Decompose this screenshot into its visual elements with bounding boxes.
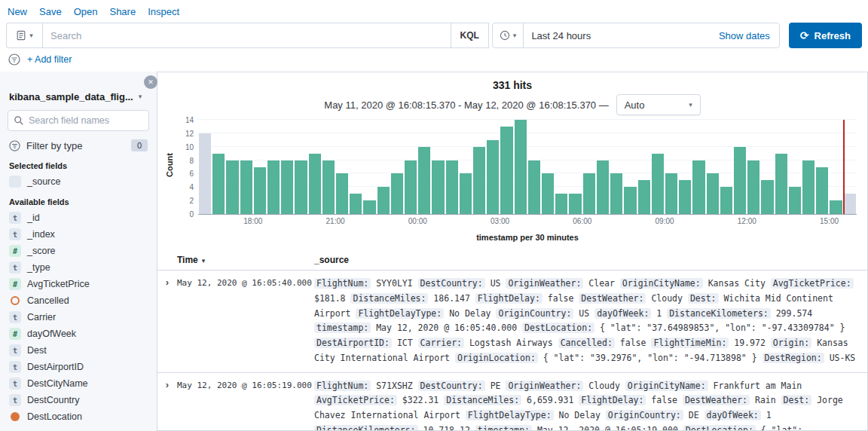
- expand-row-icon[interactable]: ›: [166, 277, 169, 366]
- field-item-DestAirportID[interactable]: tDestAirportID: [8, 359, 149, 375]
- source-field-value: Logstash Airways: [469, 338, 553, 348]
- source-field-value: May 12, 2020 @ 16:05:19.000: [537, 425, 678, 431]
- histogram-bar[interactable]: [555, 194, 567, 214]
- histogram-bar[interactable]: [638, 180, 650, 214]
- field-item-_score[interactable]: #_score: [8, 243, 149, 259]
- histogram-bar[interactable]: [569, 194, 581, 214]
- field-search-input[interactable]: [8, 110, 149, 131]
- histogram-bar[interactable]: [405, 160, 417, 214]
- histogram-bar[interactable]: [692, 160, 704, 214]
- show-dates-link[interactable]: Show dates: [719, 30, 779, 41]
- filter-count-badge: 0: [131, 139, 148, 151]
- sort-desc-icon[interactable]: ▾: [202, 257, 206, 264]
- histogram-bar[interactable]: [446, 160, 458, 214]
- histogram-bar[interactable]: [391, 173, 403, 214]
- expand-row-icon[interactable]: ›: [166, 380, 169, 431]
- histogram-bar[interactable]: [432, 160, 444, 214]
- field-item-dayOfWeek[interactable]: #dayOfWeek: [8, 326, 149, 342]
- histogram-bar[interactable]: [226, 160, 238, 214]
- histogram-bar[interactable]: [583, 173, 595, 214]
- menu-item-inspect[interactable]: Inspect: [148, 6, 179, 17]
- histogram-bar[interactable]: [734, 147, 746, 214]
- histogram-bar[interactable]: [747, 160, 760, 214]
- histogram-bar[interactable]: [336, 173, 348, 214]
- menu-item-new[interactable]: New: [8, 6, 27, 17]
- date-picker: ▾ Last 24 hours Show dates: [492, 23, 780, 48]
- histogram-bar[interactable]: [473, 147, 485, 214]
- histogram-bar[interactable]: [707, 173, 719, 214]
- interval-select[interactable]: Auto ▾: [616, 94, 701, 115]
- add-filter-link[interactable]: + Add filter: [27, 54, 72, 65]
- field-item-DestCityName[interactable]: tDestCityName: [8, 375, 149, 392]
- source-field-value: { "lat": "39.2976", "lon": "-94.713898" …: [543, 353, 757, 363]
- histogram-bar[interactable]: [281, 160, 293, 214]
- histogram-bar[interactable]: [802, 160, 815, 214]
- kql-button[interactable]: KQL: [451, 23, 488, 47]
- field-item-Dest[interactable]: tDest: [8, 342, 149, 359]
- histogram-bar[interactable]: [528, 160, 540, 214]
- chevron-down-icon: ▾: [513, 32, 517, 39]
- field-item-_source[interactable]: _source: [8, 173, 149, 190]
- menu-item-save[interactable]: Save: [39, 6, 62, 17]
- histogram-bar[interactable]: [487, 140, 499, 214]
- histogram-bar[interactable]: [789, 187, 801, 214]
- histogram-bar[interactable]: [597, 160, 609, 214]
- histogram-bar[interactable]: [761, 180, 773, 214]
- index-pattern-select[interactable]: kibana_sample_data_flig... ▾: [9, 91, 149, 102]
- field-item-Carrier[interactable]: tCarrier: [8, 309, 149, 326]
- histogram-bar[interactable]: [720, 187, 732, 214]
- histogram-bar[interactable]: [309, 154, 321, 214]
- sidebar-collapse-button[interactable]: ✕: [144, 75, 157, 89]
- histogram-bar[interactable]: [679, 180, 691, 214]
- histogram-bar[interactable]: [460, 173, 472, 214]
- histogram-bar[interactable]: [652, 154, 664, 214]
- histogram-chart: Count 02468101214 18:0021:0000:0003:0006…: [165, 120, 857, 242]
- histogram-bar[interactable]: [254, 167, 266, 215]
- histogram-bar[interactable]: [816, 167, 828, 215]
- histogram-bar[interactable]: [844, 194, 856, 214]
- menu-item-share[interactable]: Share: [109, 6, 136, 17]
- histogram-bar[interactable]: [322, 160, 335, 214]
- field-item-AvgTicketPrice[interactable]: #AvgTicketPrice: [8, 276, 149, 292]
- field-item-DestLocation[interactable]: DestLocation: [8, 408, 149, 425]
- field-item-_id[interactable]: t_id: [8, 209, 149, 226]
- y-tick-label: 2: [171, 197, 194, 205]
- histogram-bar[interactable]: [665, 173, 677, 214]
- source-field-key: OriginCountry:: [606, 410, 683, 420]
- source-field-key: DestLocation:: [522, 322, 594, 333]
- time-column-header[interactable]: Time▾: [177, 255, 314, 265]
- histogram-bar[interactable]: [199, 133, 211, 214]
- histogram-bar[interactable]: [377, 187, 390, 214]
- histogram-bar[interactable]: [363, 200, 375, 214]
- histogram-bar[interactable]: [212, 154, 225, 214]
- histogram-bar[interactable]: [240, 160, 252, 214]
- time-range-value[interactable]: Last 24 hours: [524, 30, 719, 41]
- histogram-bar[interactable]: [418, 147, 430, 214]
- filter-icon[interactable]: [8, 53, 20, 66]
- chevron-down-icon: ▾: [29, 32, 33, 39]
- histogram-bar[interactable]: [515, 120, 527, 214]
- field-item-Cancelled[interactable]: Cancelled: [8, 292, 149, 309]
- histogram-bar[interactable]: [542, 173, 554, 214]
- histogram-bar[interactable]: [295, 160, 307, 214]
- search-icon: [14, 115, 24, 126]
- fields-sidebar: ✕ kibana_sample_data_flig... ▾ Filter by…: [0, 72, 157, 431]
- source-field-key: DestWeather:: [683, 395, 750, 405]
- field-item-_index[interactable]: t_index: [8, 226, 149, 243]
- refresh-button[interactable]: ⟳ Refresh: [789, 23, 862, 48]
- filter-by-type-button[interactable]: Filter by type 0: [8, 137, 149, 154]
- histogram-bar[interactable]: [830, 200, 842, 214]
- histogram-bar[interactable]: [610, 173, 622, 214]
- saved-query-menu-button[interactable]: ▾: [6, 23, 42, 48]
- histogram-bar[interactable]: [267, 160, 280, 214]
- field-item-_type[interactable]: t_type: [8, 259, 149, 276]
- histogram-bar[interactable]: [775, 154, 787, 214]
- histogram-bar[interactable]: [350, 194, 362, 214]
- menu-item-open[interactable]: Open: [74, 6, 98, 17]
- histogram-bar[interactable]: [624, 187, 636, 214]
- search-input[interactable]: [43, 23, 451, 47]
- time-picker-menu-button[interactable]: ▾: [493, 23, 524, 47]
- field-item-DestCountry[interactable]: tDestCountry: [8, 392, 149, 408]
- histogram-bar[interactable]: [500, 127, 512, 214]
- source-field-value: { "lat": "37.64989853", "lon": "-97.4330…: [600, 322, 845, 333]
